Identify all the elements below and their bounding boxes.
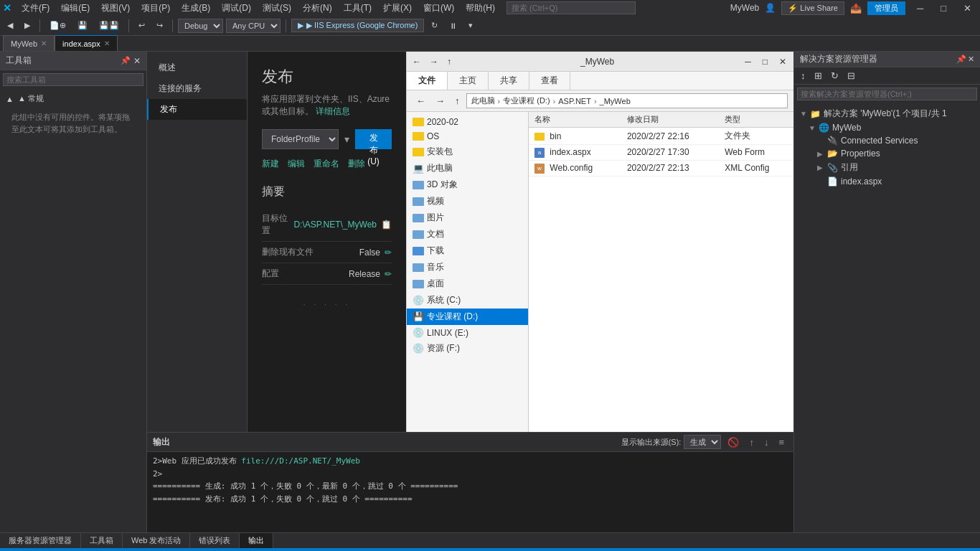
table-row[interactable]: bin 2020/2/27 22:16 文件夹 bbox=[529, 128, 793, 145]
more-button[interactable]: ▾ bbox=[464, 19, 477, 32]
output-scroll-up-btn[interactable]: ↑ bbox=[745, 435, 758, 449]
config-edit-icon[interactable]: ✏ bbox=[385, 269, 392, 279]
table-row[interactable]: w Web.config 2020/2/27 22:13 XML Config bbox=[529, 160, 793, 176]
publish-nav-connected[interactable]: 连接的服务 bbox=[147, 78, 247, 99]
output-clear-btn[interactable]: 🚫 bbox=[724, 435, 743, 449]
toolbox-close-icon[interactable]: ✕ bbox=[133, 56, 141, 66]
fe-folder-2020[interactable]: 2020-02 bbox=[407, 115, 528, 129]
tree-project[interactable]: ▼ 🌐 MyWeb bbox=[794, 121, 980, 134]
undo-button[interactable]: ↩ bbox=[134, 19, 149, 32]
tree-index-aspx[interactable]: 📄 index.aspx bbox=[794, 175, 980, 188]
manage-button[interactable]: 管理员 bbox=[867, 1, 905, 15]
output-scroll-down-btn[interactable]: ↓ bbox=[760, 435, 773, 449]
fe-folder-docs[interactable]: 文档 bbox=[407, 226, 528, 242]
bottom-tab-errors[interactable]: 错误列表 bbox=[190, 533, 240, 548]
bottom-tab-toolbox[interactable]: 工具箱 bbox=[81, 533, 123, 548]
debug-config-dropdown[interactable]: Debug bbox=[178, 19, 223, 33]
save-button[interactable]: 💾 bbox=[73, 19, 92, 32]
toolbox-pin-icon[interactable]: 📌 bbox=[121, 56, 131, 66]
detail-link[interactable]: 详细信息 bbox=[316, 106, 350, 116]
fe-back-btn[interactable]: ← bbox=[410, 55, 424, 68]
menu-test[interactable]: 测试(S) bbox=[257, 1, 297, 16]
fe-folder-os[interactable]: OS bbox=[407, 129, 528, 143]
fe-tab-home[interactable]: 主页 bbox=[448, 72, 489, 90]
fe-drive-e[interactable]: 💿 LINUX (E:) bbox=[407, 325, 528, 340]
fe-folder-downloads[interactable]: 下载 bbox=[407, 242, 528, 259]
copy-icon[interactable]: 📋 bbox=[381, 220, 392, 230]
toolbox-search-input[interactable] bbox=[3, 73, 143, 86]
nav-back-button[interactable]: ◀ bbox=[3, 19, 17, 32]
fe-min-btn[interactable]: ─ bbox=[740, 55, 755, 68]
fe-drive-f[interactable]: 💿 资源 (F:) bbox=[407, 340, 528, 357]
fe-up-btn[interactable]: ↑ bbox=[444, 55, 454, 68]
fe-tab-view[interactable]: 查看 bbox=[529, 72, 570, 90]
minimize-button[interactable]: ─ bbox=[911, 3, 929, 14]
tab-index-aspx[interactable]: index.aspx ✕ bbox=[55, 35, 118, 51]
output-source-dropdown[interactable]: 生成 bbox=[684, 435, 721, 449]
se-prop-btn[interactable]: ⊞ bbox=[811, 69, 826, 83]
bottom-tab-publish[interactable]: Web 发布活动 bbox=[123, 533, 190, 548]
fe-folder-3d[interactable]: 3D 对象 bbox=[407, 176, 528, 193]
publish-nav-publish[interactable]: 发布 bbox=[147, 99, 247, 120]
fe-tab-file[interactable]: 文件 bbox=[407, 72, 448, 90]
tab-myweb-close[interactable]: ✕ bbox=[41, 39, 47, 47]
new-profile-link[interactable]: 新建 bbox=[262, 158, 279, 170]
publish-profile-select[interactable]: FolderProfile bbox=[262, 129, 339, 149]
se-close-icon[interactable]: ✕ bbox=[968, 55, 974, 64]
menu-window[interactable]: 窗口(W) bbox=[418, 1, 460, 16]
menu-build[interactable]: 生成(B) bbox=[176, 1, 216, 16]
fe-nav-up[interactable]: ↑ bbox=[451, 93, 463, 108]
save-all-button[interactable]: 💾💾 bbox=[95, 19, 123, 32]
fe-drive-c[interactable]: 💿 系统 (C:) bbox=[407, 292, 528, 309]
publish-nav-overview[interactable]: 概述 bbox=[147, 57, 247, 78]
se-collapse-btn[interactable]: ⊟ bbox=[844, 69, 859, 83]
col-date[interactable]: 修改日期 bbox=[621, 112, 719, 128]
tree-references[interactable]: ▶ 📎 引用 bbox=[794, 160, 980, 175]
fe-folder-pictures[interactable]: 图片 bbox=[407, 209, 528, 226]
new-project-button[interactable]: 📄⊕ bbox=[45, 19, 70, 32]
fe-path-bar[interactable]: 此电脑 › 专业课程 (D:) › ASP.NET › _MyWeb bbox=[466, 93, 788, 108]
bottom-tab-server[interactable]: 服务器资源管理器 bbox=[0, 533, 81, 548]
refresh-button[interactable]: ↻ bbox=[427, 19, 442, 32]
nav-forward-button[interactable]: ▶ bbox=[20, 19, 34, 32]
menu-extensions[interactable]: 扩展(X) bbox=[377, 1, 418, 16]
pause-button[interactable]: ⏸ bbox=[445, 19, 461, 32]
se-sync-btn[interactable]: ↕ bbox=[797, 69, 809, 83]
menu-analyze[interactable]: 分析(N) bbox=[297, 1, 338, 16]
toolbox-section-header[interactable]: ▲ ▲ 常规 bbox=[6, 92, 141, 105]
fe-folder-video[interactable]: 视频 bbox=[407, 193, 528, 209]
fe-nav-fwd[interactable]: → bbox=[432, 93, 448, 108]
output-publish-link[interactable]: file:///D:/ASP.NET/_MyWeb bbox=[241, 456, 360, 466]
close-button[interactable]: ✕ bbox=[958, 3, 977, 14]
se-pin-icon[interactable]: 📌 bbox=[956, 55, 966, 64]
se-refresh-btn[interactable]: ↻ bbox=[827, 69, 842, 83]
bottom-tab-output[interactable]: 输出 bbox=[240, 533, 273, 548]
output-wrap-btn[interactable]: ≡ bbox=[775, 435, 788, 449]
fe-folder-install[interactable]: 安装包 bbox=[407, 143, 528, 160]
tab-myweb[interactable]: MyWeb ✕ bbox=[3, 35, 55, 51]
publish-button[interactable]: 发布(U) bbox=[355, 129, 392, 149]
menu-view[interactable]: 视图(V) bbox=[95, 1, 136, 16]
run-button[interactable]: ▶ ▶ IIS Express (Google Chrome) bbox=[291, 19, 424, 32]
fe-folder-music[interactable]: 音乐 bbox=[407, 259, 528, 276]
platform-dropdown[interactable]: Any CPU bbox=[226, 19, 281, 33]
redo-button[interactable]: ↪ bbox=[152, 19, 167, 32]
rename-profile-link[interactable]: 重命名 bbox=[314, 158, 339, 170]
col-type[interactable]: 类型 bbox=[719, 112, 793, 128]
search-input[interactable] bbox=[507, 1, 636, 14]
fe-fwd-btn[interactable]: → bbox=[427, 55, 441, 68]
delete-edit-icon[interactable]: ✏ bbox=[385, 248, 392, 258]
tree-connected-services[interactable]: 🔌 Connected Services bbox=[794, 134, 980, 147]
target-path-link[interactable]: D:\ASP.NET\_MyWeb bbox=[293, 220, 377, 230]
menu-project[interactable]: 项目(P) bbox=[136, 1, 176, 16]
table-row[interactable]: a index.aspx 2020/2/27 17:30 Web Form bbox=[529, 145, 793, 161]
tab-index-close[interactable]: ✕ bbox=[104, 39, 110, 47]
edit-profile-link[interactable]: 编辑 bbox=[288, 158, 305, 170]
fe-folder-desktop[interactable]: 桌面 bbox=[407, 276, 528, 292]
col-name[interactable]: 名称 bbox=[529, 112, 621, 128]
fe-close-btn[interactable]: ✕ bbox=[775, 55, 791, 68]
live-share-button[interactable]: ⚡ Live Share bbox=[781, 1, 844, 15]
tree-properties[interactable]: ▶ 📂 Properties bbox=[794, 147, 980, 160]
fe-folder-computer[interactable]: 💻 此电脑 bbox=[407, 160, 528, 176]
menu-edit[interactable]: 编辑(E) bbox=[55, 1, 95, 16]
